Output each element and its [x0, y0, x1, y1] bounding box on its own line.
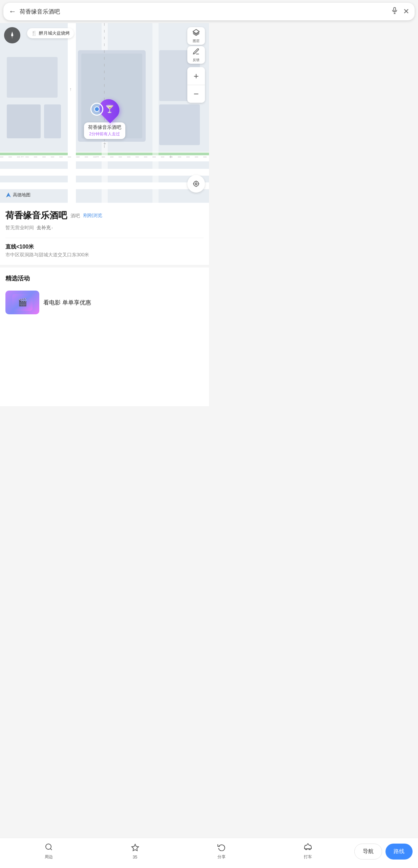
- place-title-row: 荷香缘音乐酒吧 酒吧 刚刚浏览: [5, 210, 204, 221]
- map-area[interactable]: ← → + ↑ + 🍴 醉月城火盆烧烤 图层: [0, 23, 209, 203]
- place-marker[interactable]: 🍸 荷香缘音乐酒吧 2分钟前有人去过: [84, 99, 125, 139]
- marker-label: 荷香缘音乐酒吧 2分钟前有人去过: [84, 122, 125, 139]
- marker-pin: 🍸: [90, 99, 119, 120]
- supplement-label: 去补充: [37, 225, 51, 231]
- supplement-chevron: ›: [51, 225, 53, 230]
- svg-rect-13: [7, 57, 58, 98]
- nearby-restaurant-tag[interactable]: 🍴 醉月城火盆烧烤: [27, 28, 74, 38]
- svg-rect-17: [159, 104, 200, 145]
- distance-text: 直线<100米: [5, 243, 204, 251]
- svg-point-30: [194, 181, 199, 186]
- feedback-icon: [192, 48, 200, 57]
- gaode-watermark: 高德地图: [5, 192, 30, 198]
- address-text: 市中区双洞路与甜城大道交叉口东300米: [5, 252, 204, 258]
- food-icon: 🍴: [31, 31, 37, 36]
- svg-rect-8: [68, 23, 76, 203]
- search-bar: ← 荷香缘音乐酒吧 ✕: [3, 3, 209, 20]
- activity-card[interactable]: 🎬 看电影 单单享优惠: [5, 287, 204, 318]
- restaurant-name: 醉月城火盆烧烤: [39, 30, 70, 36]
- activity-title: 看电影 单单享优惠: [43, 299, 91, 307]
- svg-text:🎬: 🎬: [18, 298, 27, 307]
- supplement-button[interactable]: 去补充 ›: [37, 225, 53, 231]
- map-controls-panel: 图层 反馈: [187, 27, 205, 64]
- feedback-label: 反馈: [193, 58, 200, 62]
- gaode-text: 高德地图: [13, 192, 30, 198]
- location-info: 直线<100米 市中区双洞路与甜城大道交叉口东300米: [5, 243, 204, 258]
- layers-button[interactable]: 图层: [187, 27, 205, 45]
- my-location-button[interactable]: [187, 175, 205, 193]
- zoom-out-button[interactable]: −: [187, 85, 205, 103]
- svg-rect-14: [7, 104, 41, 138]
- back-button[interactable]: ←: [9, 7, 16, 16]
- business-hours-row: 暂无营业时间 去补充 ›: [5, 225, 204, 231]
- zoom-in-button[interactable]: +: [187, 67, 205, 85]
- activity-thumbnail: 🎬: [5, 291, 39, 314]
- marker-place-name: 荷香缘音乐酒吧: [88, 124, 121, 131]
- divider-1: [5, 238, 204, 238]
- svg-text:←: ←: [20, 154, 25, 159]
- layers-label: 图层: [193, 39, 200, 43]
- marker-subtitle: 2分钟前有人去过: [88, 131, 121, 137]
- section-divider: [0, 265, 209, 268]
- section-title: 精选活动: [5, 274, 204, 282]
- cocktail-icon: 🍸: [105, 105, 114, 114]
- user-location-marker: [90, 103, 103, 116]
- svg-marker-32: [6, 193, 8, 197]
- recently-viewed-badge[interactable]: 刚刚浏览: [83, 213, 102, 219]
- detail-panel: 荷香缘音乐酒吧 酒吧 刚刚浏览 暂无营业时间 去补充 › 直线<100米 市中区…: [0, 203, 209, 406]
- svg-point-27: [11, 34, 13, 36]
- feedback-button[interactable]: 反馈: [187, 46, 205, 64]
- svg-text:↑: ↑: [69, 86, 72, 92]
- business-hours-label: 暂无营业时间: [5, 225, 34, 231]
- svg-text:+: +: [103, 141, 106, 146]
- svg-rect-15: [44, 104, 61, 138]
- user-dot: [94, 106, 100, 112]
- compass-button[interactable]: [4, 27, 20, 43]
- svg-text:→: →: [95, 154, 100, 159]
- search-query: 荷香缘音乐酒吧: [20, 8, 209, 16]
- place-name: 荷香缘音乐酒吧: [5, 210, 67, 221]
- layers-icon: [192, 29, 200, 38]
- svg-text:+: +: [169, 154, 172, 159]
- zoom-controls: + −: [187, 67, 205, 103]
- place-category: 酒吧: [70, 213, 80, 219]
- svg-rect-10: [152, 23, 159, 203]
- svg-point-29: [195, 183, 197, 185]
